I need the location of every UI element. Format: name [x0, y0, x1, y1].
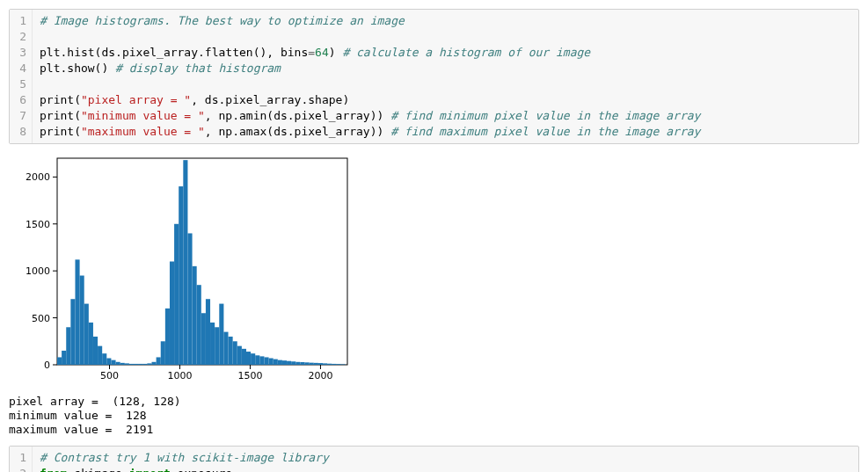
histogram-output: 0500100015002000500100015002000: [9, 149, 859, 389]
svg-rect-43: [165, 309, 170, 365]
svg-rect-69: [282, 360, 287, 365]
svg-rect-79: [327, 364, 332, 365]
svg-text:2000: 2000: [26, 171, 50, 183]
svg-rect-80: [332, 364, 336, 365]
code-text: plt.show(): [40, 62, 115, 75]
svg-rect-30: [106, 359, 111, 365]
code-text: exposure: [171, 467, 232, 472]
svg-rect-65: [264, 357, 268, 365]
svg-rect-48: [187, 233, 192, 365]
svg-rect-49: [193, 266, 197, 365]
svg-rect-36: [134, 364, 138, 365]
code-string: "minimum value = ": [81, 109, 205, 122]
code-text: , np.amin(ds.pixel_array)): [205, 109, 390, 122]
code-gutter: 1 2 3 4 5 6 7 8: [10, 10, 33, 143]
code-string: "maximum value = ": [81, 125, 205, 138]
code-op: =: [308, 46, 315, 59]
svg-rect-27: [93, 337, 98, 365]
svg-rect-35: [129, 364, 134, 365]
svg-rect-62: [251, 353, 255, 365]
code-cell-1[interactable]: 1 2 3 4 5 6 7 8 # Image histograms. The …: [9, 9, 859, 144]
code-text: plt.hist(ds.pixel_array.flatten(), bins: [40, 46, 308, 59]
svg-rect-45: [174, 224, 179, 365]
svg-rect-29: [102, 353, 106, 365]
svg-rect-19: [57, 357, 62, 365]
code-text: , ds.pixel_array.shape): [191, 93, 349, 106]
svg-rect-55: [219, 304, 223, 365]
svg-rect-25: [84, 304, 89, 365]
svg-rect-70: [287, 361, 291, 365]
svg-text:1000: 1000: [26, 265, 50, 277]
code-keyword: from: [40, 467, 67, 472]
svg-rect-22: [70, 299, 75, 365]
code-text: print(: [40, 109, 81, 122]
svg-rect-56: [223, 332, 228, 365]
svg-rect-46: [179, 186, 183, 365]
svg-rect-61: [246, 352, 251, 365]
svg-rect-34: [125, 363, 129, 365]
svg-rect-66: [269, 359, 274, 365]
svg-rect-51: [201, 313, 206, 365]
code-comment: # display that histogram: [115, 62, 281, 75]
code-content[interactable]: # Contrast try 1 with scikit-image libra…: [33, 447, 858, 472]
svg-rect-37: [138, 364, 142, 365]
code-comment: # Image histograms. The best way to opti…: [40, 14, 405, 27]
code-comment: # find maximum pixel value in the image …: [390, 125, 700, 138]
code-cell-2[interactable]: 1 2 # Contrast try 1 with scikit-image l…: [9, 446, 859, 472]
svg-rect-44: [170, 262, 174, 366]
svg-rect-74: [305, 362, 310, 365]
svg-rect-77: [318, 363, 323, 365]
code-comment: # find minimum pixel value in the image …: [390, 109, 700, 122]
code-comment: # calculate a histogram of our image: [342, 46, 590, 59]
svg-rect-81: [336, 364, 340, 365]
svg-rect-20: [62, 351, 66, 365]
svg-rect-31: [111, 360, 115, 365]
svg-rect-72: [295, 362, 300, 365]
code-text: ): [329, 46, 343, 59]
svg-rect-21: [66, 327, 70, 365]
svg-rect-23: [75, 259, 79, 365]
code-comment: # Contrast try 1 with scikit-image libra…: [40, 451, 329, 464]
svg-text:500: 500: [100, 370, 119, 381]
code-gutter: 1 2: [10, 447, 33, 472]
svg-rect-64: [259, 356, 264, 365]
svg-rect-63: [255, 355, 259, 365]
svg-rect-24: [80, 276, 84, 365]
svg-text:1500: 1500: [237, 370, 262, 381]
svg-text:0: 0: [44, 359, 50, 371]
code-text: print(: [40, 125, 81, 138]
svg-rect-28: [98, 346, 102, 365]
svg-text:1500: 1500: [26, 219, 50, 230]
svg-rect-57: [229, 337, 233, 365]
svg-text:1000: 1000: [167, 370, 192, 381]
histogram-chart: 0500100015002000500100015002000: [9, 149, 356, 387]
code-text: print(: [40, 93, 81, 106]
svg-rect-54: [215, 327, 219, 365]
svg-rect-50: [197, 285, 201, 365]
svg-rect-73: [300, 362, 304, 365]
svg-rect-40: [151, 362, 156, 365]
code-string: "pixel array = ": [81, 93, 191, 106]
svg-rect-58: [233, 341, 237, 365]
svg-rect-38: [142, 364, 147, 365]
svg-rect-82: [340, 364, 345, 365]
code-keyword: import: [129, 467, 171, 472]
svg-rect-42: [161, 341, 165, 365]
svg-rect-60: [242, 349, 246, 365]
print-output: pixel array = (128, 128) minimum value =…: [9, 395, 859, 437]
svg-rect-52: [206, 299, 210, 365]
svg-rect-32: [116, 362, 120, 365]
svg-rect-53: [210, 323, 215, 365]
svg-rect-71: [291, 361, 295, 365]
code-text: , np.amax(ds.pixel_array)): [205, 125, 390, 138]
svg-text:2000: 2000: [308, 370, 332, 381]
code-text: skimage: [67, 467, 128, 472]
svg-rect-68: [278, 360, 282, 365]
svg-rect-78: [323, 363, 327, 365]
code-content[interactable]: # Image histograms. The best way to opti…: [33, 10, 858, 143]
svg-rect-75: [310, 363, 314, 365]
svg-rect-59: [237, 346, 242, 365]
svg-rect-41: [157, 357, 161, 365]
svg-rect-33: [120, 363, 125, 365]
code-number: 64: [315, 46, 329, 59]
